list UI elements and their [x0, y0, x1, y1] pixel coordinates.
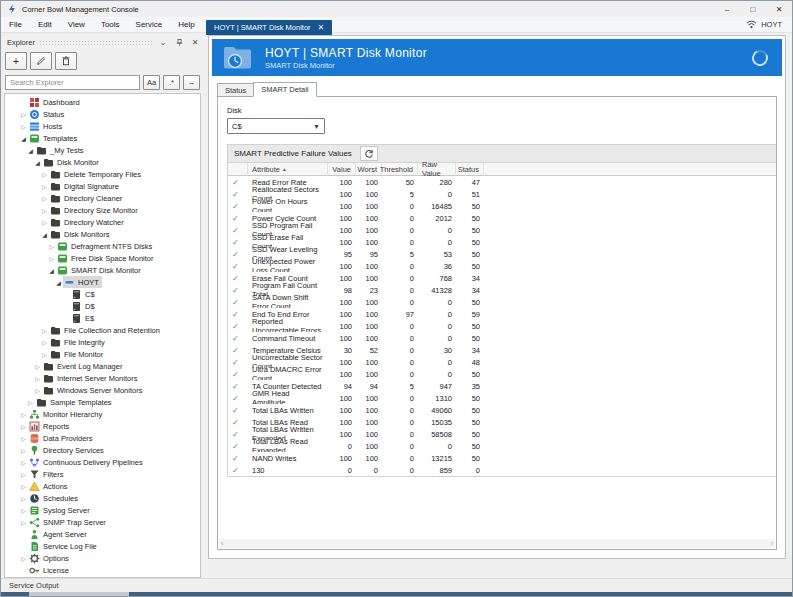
- row-status-ok-icon[interactable]: ✓: [228, 344, 248, 356]
- row-status-ok-icon[interactable]: ✓: [228, 404, 248, 416]
- cell-worst[interactable]: 100: [356, 224, 382, 236]
- cell-worst[interactable]: 100: [356, 332, 382, 344]
- expander-icon[interactable]: ◢: [47, 267, 56, 274]
- tree-item-content[interactable]: Sample Templates: [35, 396, 115, 408]
- connection-indicator[interactable]: HOYT: [746, 20, 792, 29]
- tree-item-service-log-file[interactable]: Service Log File: [5, 540, 200, 552]
- cell-value[interactable]: 100: [328, 236, 356, 248]
- cell-filler[interactable]: [484, 308, 777, 320]
- cell-value[interactable]: 30: [328, 344, 356, 356]
- cell-attribute[interactable]: Total LBAs Read Expanded: [248, 440, 328, 452]
- expander-icon[interactable]: ◢: [26, 147, 35, 154]
- panel-pin-icon[interactable]: [173, 36, 185, 48]
- cell-threshold[interactable]: 5: [382, 188, 418, 200]
- tree-item-hoyt[interactable]: ◢HOYT: [5, 276, 200, 288]
- cell-filler[interactable]: [484, 416, 777, 428]
- tree-item-dashboard[interactable]: Dashboard: [5, 96, 200, 108]
- tree-item-c[interactable]: C$: [5, 288, 200, 300]
- cell-status[interactable]: 51: [456, 188, 484, 200]
- cell-status[interactable]: 50: [456, 416, 484, 428]
- row-status-ok-icon[interactable]: ✓: [228, 272, 248, 284]
- cell-raw-value[interactable]: 36: [418, 260, 456, 272]
- tree-item-directory-watcher[interactable]: ▷Directory Watcher: [5, 216, 200, 228]
- cell-worst[interactable]: 100: [356, 212, 382, 224]
- row-status-ok-icon[interactable]: ✓: [228, 188, 248, 200]
- cell-raw-value[interactable]: 30: [418, 344, 456, 356]
- regex-button[interactable]: .*: [163, 75, 180, 90]
- cell-value[interactable]: 100: [328, 272, 356, 284]
- tree-item-content[interactable]: Service Log File: [28, 540, 100, 552]
- tree-item-disk-monitors[interactable]: ◢Disk Monitors: [5, 228, 200, 240]
- expander-icon[interactable]: ▷: [33, 375, 42, 382]
- cell-status[interactable]: 0: [456, 464, 484, 476]
- column-header-worst[interactable]: Worst: [356, 163, 382, 176]
- menu-tools[interactable]: Tools: [93, 17, 128, 32]
- tree-item-content[interactable]: Directory Size Monitor: [49, 204, 141, 216]
- tree-item-file-collection-and-retention[interactable]: ▷File Collection and Retention: [5, 324, 200, 336]
- expander-icon[interactable]: ◢: [40, 231, 49, 238]
- cell-status[interactable]: 48: [456, 356, 484, 368]
- tab-close-icon[interactable]: ✕: [318, 23, 325, 32]
- cell-worst[interactable]: 95: [356, 248, 382, 260]
- tree-item-content[interactable]: E$: [70, 312, 97, 324]
- cell-value[interactable]: 94: [328, 380, 356, 392]
- cell-status[interactable]: 50: [456, 428, 484, 440]
- cell-filler[interactable]: [484, 440, 777, 452]
- tree-item-agent-server[interactable]: Agent Server: [5, 528, 200, 540]
- cell-status[interactable]: 50: [456, 212, 484, 224]
- cell-raw-value[interactable]: 2012: [418, 212, 456, 224]
- expander-icon[interactable]: ▷: [19, 495, 28, 502]
- maximize-button[interactable]: □: [740, 1, 766, 17]
- cell-raw-value[interactable]: 0: [418, 188, 456, 200]
- cell-value[interactable]: 100: [328, 212, 356, 224]
- column-header-attribute[interactable]: Attribute▴: [248, 163, 328, 176]
- panel-close-icon[interactable]: ✕: [189, 36, 201, 48]
- cell-worst[interactable]: 100: [356, 392, 382, 404]
- cell-filler[interactable]: [484, 296, 777, 308]
- cell-raw-value[interactable]: 947: [418, 380, 456, 392]
- cell-status[interactable]: 50: [456, 392, 484, 404]
- tree-item-syslog-server[interactable]: ▷Syslog Server: [5, 504, 200, 516]
- cell-threshold[interactable]: 0: [382, 284, 418, 296]
- column-header-value[interactable]: Value: [328, 163, 356, 176]
- tree-item-directory-size-monitor[interactable]: ▷Directory Size Monitor: [5, 204, 200, 216]
- cell-value[interactable]: 100: [328, 428, 356, 440]
- tree-item-d[interactable]: D$: [5, 300, 200, 312]
- cell-raw-value[interactable]: 0: [418, 332, 456, 344]
- tree-item-event-log-manager[interactable]: ▷Event Log Manager: [5, 360, 200, 372]
- tree-item-content[interactable]: Actions: [28, 480, 71, 492]
- cell-value[interactable]: 95: [328, 248, 356, 260]
- expander-icon[interactable]: ▷: [26, 399, 35, 406]
- tree-item-content[interactable]: Hosts: [28, 120, 65, 132]
- expander-icon[interactable]: ▷: [40, 183, 49, 190]
- tree-item-directory-cleaner[interactable]: ▷Directory Cleaner: [5, 192, 200, 204]
- tree-item-content[interactable]: Monitor Hierarchy: [28, 408, 105, 420]
- status-scrollbar-thumb[interactable]: [29, 592, 129, 596]
- cell-raw-value[interactable]: 16485: [418, 200, 456, 212]
- row-status-ok-icon[interactable]: ✓: [228, 428, 248, 440]
- expander-icon[interactable]: ▷: [19, 507, 28, 514]
- row-status-ok-icon[interactable]: ✓: [228, 296, 248, 308]
- expander-icon[interactable]: ◢: [19, 135, 28, 142]
- row-status-ok-icon[interactable]: ✓: [228, 356, 248, 368]
- tree-item-content[interactable]: Delete Temporary Files: [49, 168, 144, 180]
- cell-threshold[interactable]: 0: [382, 404, 418, 416]
- cell-worst[interactable]: 0: [356, 464, 382, 476]
- cell-worst[interactable]: 94: [356, 380, 382, 392]
- tree-item-content[interactable]: D$: [70, 300, 98, 312]
- cell-worst[interactable]: 100: [356, 200, 382, 212]
- cell-status[interactable]: 34: [456, 344, 484, 356]
- tree-item-data-providers[interactable]: ▷Data Providers: [5, 432, 200, 444]
- expander-icon[interactable]: ▷: [19, 423, 28, 430]
- cell-status[interactable]: 47: [456, 176, 484, 188]
- cell-value[interactable]: 100: [328, 356, 356, 368]
- cell-value[interactable]: 100: [328, 296, 356, 308]
- cell-status[interactable]: 34: [456, 284, 484, 296]
- cell-filler[interactable]: [484, 200, 777, 212]
- cell-raw-value[interactable]: 859: [418, 464, 456, 476]
- tree-item-file-monitor[interactable]: ▷File Monitor: [5, 348, 200, 360]
- cell-value[interactable]: 100: [328, 392, 356, 404]
- tree-item-content[interactable]: Data Providers: [28, 432, 96, 444]
- cell-filler[interactable]: [484, 404, 777, 416]
- cell-worst[interactable]: 100: [356, 416, 382, 428]
